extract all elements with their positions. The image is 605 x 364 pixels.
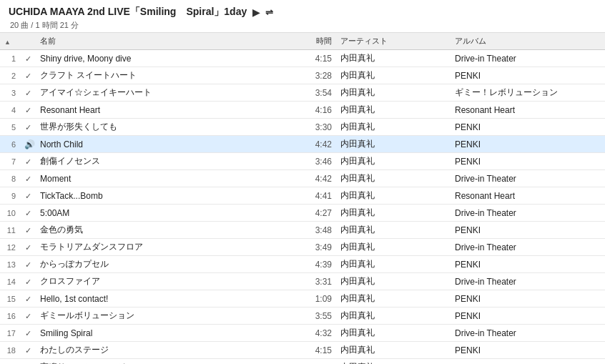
table-row[interactable]: 3 ✓ アイマイ☆シェイキーハート 3:54 内田真礼 ギミー！レボリューション <box>0 84 605 102</box>
table-row[interactable]: 19 ✓ 高鳴りのソルフェージュ 4:16 内田真礼 PENKI <box>0 359 605 365</box>
track-artist: 内田真礼 <box>336 205 451 222</box>
track-check: ✓ <box>20 67 36 84</box>
track-name[interactable]: からっぽカプセル <box>36 256 308 273</box>
check-mark: ✓ <box>25 72 31 80</box>
col-header-check <box>20 33 36 50</box>
track-check: ✓ <box>20 308 36 325</box>
track-artist: 内田真礼 <box>336 50 451 67</box>
track-name[interactable]: TickTack...Bomb <box>36 187 308 205</box>
track-name[interactable]: Smiling Spiral <box>36 325 308 342</box>
track-name[interactable]: クロスファイア <box>36 273 308 290</box>
col-header-num[interactable]: ▲ <box>0 33 20 50</box>
track-time: 4:27 <box>308 205 336 222</box>
table-row[interactable]: 14 ✓ クロスファイア 3:31 内田真礼 Drive-in Theater <box>0 273 605 290</box>
col-header-artist[interactable]: アーティスト <box>336 33 451 50</box>
track-number: 12 <box>0 239 20 256</box>
track-artist: 内田真礼 <box>336 325 451 342</box>
track-number: 13 <box>0 256 20 273</box>
track-name[interactable]: アイマイ☆シェイキーハート <box>36 84 308 102</box>
table-row[interactable]: 15 ✓ Hello, 1st contact! 1:09 内田真礼 PENKI <box>0 290 605 308</box>
track-number: 19 <box>0 359 20 365</box>
track-time: 3:49 <box>308 239 336 256</box>
track-name[interactable]: 世界が形失くしても <box>36 119 308 136</box>
table-row[interactable]: 11 ✓ 金色の勇気 3:48 内田真礼 PENKI <box>0 222 605 239</box>
table-row[interactable]: 7 ✓ 創傷イノセンス 3:46 内田真礼 PENKI <box>0 153 605 170</box>
track-name[interactable]: Resonant Heart <box>36 102 308 119</box>
track-artist: 内田真礼 <box>336 187 451 205</box>
track-name[interactable]: クラフト スイートハート <box>36 67 308 84</box>
table-row[interactable]: 2 ✓ クラフト スイートハート 3:28 内田真礼 PENKI <box>0 67 605 84</box>
track-album: Resonant Heart <box>451 187 605 205</box>
check-mark: ✓ <box>25 329 31 338</box>
track-number: 16 <box>0 308 20 325</box>
check-mark: ✓ <box>25 157 31 166</box>
track-check: ✓ <box>20 359 36 365</box>
col-header-name[interactable]: 名前 <box>36 33 308 50</box>
table-row[interactable]: 18 ✓ わたしのステージ 4:15 内田真礼 PENKI <box>0 342 605 359</box>
track-check: 🔊 <box>20 136 36 153</box>
track-check: ✓ <box>20 239 36 256</box>
track-name[interactable]: わたしのステージ <box>36 342 308 359</box>
track-artist: 内田真礼 <box>336 273 451 290</box>
track-name[interactable]: Moment <box>36 170 308 187</box>
check-mark: ✓ <box>25 209 31 217</box>
header: UCHIDA MAAYA 2nd LIVE「Smiling Spiral」1da… <box>0 0 605 33</box>
track-time: 4:15 <box>308 50 336 67</box>
track-album: PENKI <box>451 153 605 170</box>
track-artist: 内田真礼 <box>336 102 451 119</box>
track-album: Drive-in Theater <box>451 205 605 222</box>
track-artist: 内田真礼 <box>336 256 451 273</box>
table-row[interactable]: 4 ✓ Resonant Heart 4:16 内田真礼 Resonant He… <box>0 102 605 119</box>
track-name[interactable]: 金色の勇気 <box>36 222 308 239</box>
table-row[interactable]: 16 ✓ ギミールボリューション 3:55 内田真礼 PENKI <box>0 308 605 325</box>
track-name[interactable]: ギミールボリューション <box>36 308 308 325</box>
track-time: 4:41 <box>308 187 336 205</box>
table-row[interactable]: 5 ✓ 世界が形失くしても 3:30 内田真礼 PENKI <box>0 119 605 136</box>
track-album: PENKI <box>451 290 605 308</box>
table-row[interactable]: 10 ✓ 5:00AM 4:27 内田真礼 Drive-in Theater <box>0 205 605 222</box>
track-time: 3:46 <box>308 153 336 170</box>
table-row[interactable]: 6 🔊 North Child 4:42 内田真礼 PENKI <box>0 136 605 153</box>
track-artist: 内田真礼 <box>336 170 451 187</box>
track-album: Resonant Heart <box>451 102 605 119</box>
track-name[interactable]: 5:00AM <box>36 205 308 222</box>
check-mark: ✓ <box>25 123 31 132</box>
track-time: 3:28 <box>308 67 336 84</box>
track-artist: 内田真礼 <box>336 136 451 153</box>
track-artist: 内田真礼 <box>336 308 451 325</box>
track-number: 6 <box>0 136 20 153</box>
track-check: ✓ <box>20 102 36 119</box>
table-row[interactable]: 9 ✓ TickTack...Bomb 4:41 内田真礼 Resonant H… <box>0 187 605 205</box>
track-check: ✓ <box>20 153 36 170</box>
track-number: 9 <box>0 187 20 205</box>
table-row[interactable]: 12 ✓ モラトリアムダンスフロア 3:49 内田真礼 Drive-in The… <box>0 239 605 256</box>
check-mark: ✓ <box>25 89 31 97</box>
table-row[interactable]: 8 ✓ Moment 4:42 内田真礼 Drive-in Theater <box>0 170 605 187</box>
table-row[interactable]: 1 ✓ Shiny drive, Moony dive 4:15 内田真礼 Dr… <box>0 50 605 67</box>
track-name[interactable]: Hello, 1st contact! <box>36 290 308 308</box>
play-button[interactable]: ▶ <box>252 7 260 18</box>
track-artist: 内田真礼 <box>336 119 451 136</box>
track-number: 7 <box>0 153 20 170</box>
check-mark: ✓ <box>25 312 31 320</box>
col-header-time[interactable]: 時間 <box>308 33 336 50</box>
track-time: 4:15 <box>308 342 336 359</box>
track-number: 8 <box>0 170 20 187</box>
track-number: 4 <box>0 102 20 119</box>
col-header-album[interactable]: アルバム <box>451 33 605 50</box>
track-album: Drive-in Theater <box>451 273 605 290</box>
track-album: Drive-in Theater <box>451 325 605 342</box>
track-name[interactable]: モラトリアムダンスフロア <box>36 239 308 256</box>
track-name[interactable]: Shiny drive, Moony dive <box>36 50 308 67</box>
table-row[interactable]: 17 ✓ Smiling Spiral 4:32 内田真礼 Drive-in T… <box>0 325 605 342</box>
track-name[interactable]: 高鳴りのソルフェージュ <box>36 359 308 365</box>
playlist-title: UCHIDA MAAYA 2nd LIVE「Smiling Spiral」1da… <box>9 6 247 19</box>
track-name[interactable]: North Child <box>36 136 308 153</box>
shuffle-button[interactable]: ⇌ <box>265 7 273 18</box>
track-count: 20 曲 / 1 時間 21 分 <box>9 20 596 31</box>
track-name[interactable]: 創傷イノセンス <box>36 153 308 170</box>
table-row[interactable]: 13 ✓ からっぽカプセル 4:39 内田真礼 PENKI <box>0 256 605 273</box>
track-artist: 内田真礼 <box>336 67 451 84</box>
track-check: ✓ <box>20 342 36 359</box>
track-number: 15 <box>0 290 20 308</box>
